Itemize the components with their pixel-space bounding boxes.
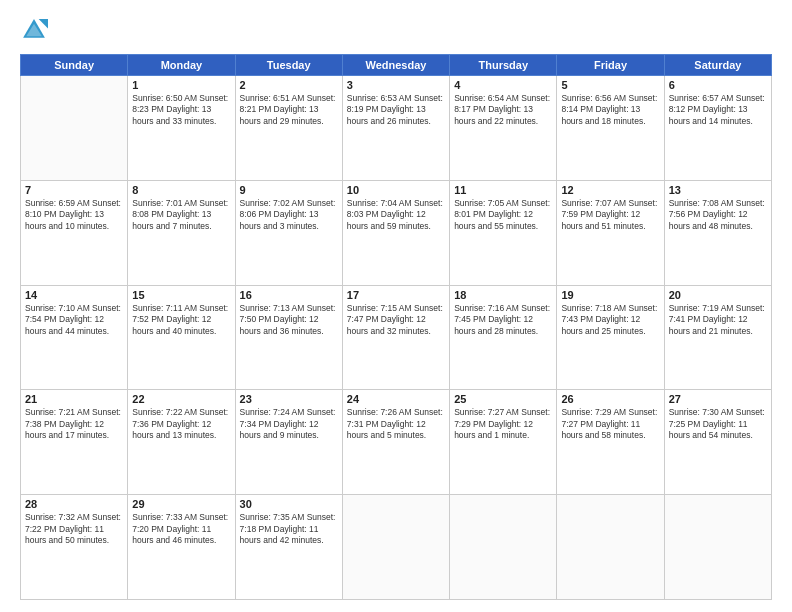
calendar-week-row: 21Sunrise: 7:21 AM Sunset: 7:38 PM Dayli…	[21, 390, 772, 495]
day-number: 5	[561, 79, 659, 91]
day-info: Sunrise: 7:33 AM Sunset: 7:20 PM Dayligh…	[132, 512, 230, 546]
calendar-table: SundayMondayTuesdayWednesdayThursdayFrid…	[20, 54, 772, 600]
day-info: Sunrise: 7:18 AM Sunset: 7:43 PM Dayligh…	[561, 303, 659, 337]
calendar-cell: 3Sunrise: 6:53 AM Sunset: 8:19 PM Daylig…	[342, 76, 449, 181]
calendar-cell: 16Sunrise: 7:13 AM Sunset: 7:50 PM Dayli…	[235, 285, 342, 390]
calendar-cell: 28Sunrise: 7:32 AM Sunset: 7:22 PM Dayli…	[21, 495, 128, 600]
calendar-cell: 8Sunrise: 7:01 AM Sunset: 8:08 PM Daylig…	[128, 180, 235, 285]
weekday-header-tuesday: Tuesday	[235, 55, 342, 76]
day-info: Sunrise: 7:24 AM Sunset: 7:34 PM Dayligh…	[240, 407, 338, 441]
calendar-cell	[21, 76, 128, 181]
calendar-cell: 10Sunrise: 7:04 AM Sunset: 8:03 PM Dayli…	[342, 180, 449, 285]
calendar-cell: 9Sunrise: 7:02 AM Sunset: 8:06 PM Daylig…	[235, 180, 342, 285]
calendar-cell: 25Sunrise: 7:27 AM Sunset: 7:29 PM Dayli…	[450, 390, 557, 495]
calendar-cell	[450, 495, 557, 600]
weekday-header-row: SundayMondayTuesdayWednesdayThursdayFrid…	[21, 55, 772, 76]
calendar-cell: 26Sunrise: 7:29 AM Sunset: 7:27 PM Dayli…	[557, 390, 664, 495]
calendar-week-row: 1Sunrise: 6:50 AM Sunset: 8:23 PM Daylig…	[21, 76, 772, 181]
weekday-header-friday: Friday	[557, 55, 664, 76]
svg-marker-2	[39, 19, 48, 28]
calendar-cell	[342, 495, 449, 600]
day-info: Sunrise: 7:27 AM Sunset: 7:29 PM Dayligh…	[454, 407, 552, 441]
day-number: 28	[25, 498, 123, 510]
day-info: Sunrise: 7:16 AM Sunset: 7:45 PM Dayligh…	[454, 303, 552, 337]
day-number: 10	[347, 184, 445, 196]
day-info: Sunrise: 7:02 AM Sunset: 8:06 PM Dayligh…	[240, 198, 338, 232]
logo	[20, 16, 52, 44]
day-number: 24	[347, 393, 445, 405]
page: SundayMondayTuesdayWednesdayThursdayFrid…	[0, 0, 792, 612]
calendar-cell: 4Sunrise: 6:54 AM Sunset: 8:17 PM Daylig…	[450, 76, 557, 181]
day-info: Sunrise: 6:53 AM Sunset: 8:19 PM Dayligh…	[347, 93, 445, 127]
calendar-cell	[557, 495, 664, 600]
day-info: Sunrise: 7:29 AM Sunset: 7:27 PM Dayligh…	[561, 407, 659, 441]
day-info: Sunrise: 7:11 AM Sunset: 7:52 PM Dayligh…	[132, 303, 230, 337]
day-number: 1	[132, 79, 230, 91]
weekday-header-thursday: Thursday	[450, 55, 557, 76]
calendar-cell: 5Sunrise: 6:56 AM Sunset: 8:14 PM Daylig…	[557, 76, 664, 181]
calendar-cell: 20Sunrise: 7:19 AM Sunset: 7:41 PM Dayli…	[664, 285, 771, 390]
day-info: Sunrise: 7:07 AM Sunset: 7:59 PM Dayligh…	[561, 198, 659, 232]
calendar-cell: 14Sunrise: 7:10 AM Sunset: 7:54 PM Dayli…	[21, 285, 128, 390]
day-number: 18	[454, 289, 552, 301]
calendar-week-row: 14Sunrise: 7:10 AM Sunset: 7:54 PM Dayli…	[21, 285, 772, 390]
day-number: 14	[25, 289, 123, 301]
day-number: 17	[347, 289, 445, 301]
calendar-cell: 29Sunrise: 7:33 AM Sunset: 7:20 PM Dayli…	[128, 495, 235, 600]
calendar-cell: 15Sunrise: 7:11 AM Sunset: 7:52 PM Dayli…	[128, 285, 235, 390]
header	[20, 16, 772, 44]
day-info: Sunrise: 7:10 AM Sunset: 7:54 PM Dayligh…	[25, 303, 123, 337]
day-number: 16	[240, 289, 338, 301]
day-number: 15	[132, 289, 230, 301]
day-number: 27	[669, 393, 767, 405]
day-info: Sunrise: 7:22 AM Sunset: 7:36 PM Dayligh…	[132, 407, 230, 441]
day-info: Sunrise: 6:56 AM Sunset: 8:14 PM Dayligh…	[561, 93, 659, 127]
logo-icon	[20, 16, 48, 44]
day-number: 19	[561, 289, 659, 301]
day-info: Sunrise: 7:15 AM Sunset: 7:47 PM Dayligh…	[347, 303, 445, 337]
day-info: Sunrise: 7:05 AM Sunset: 8:01 PM Dayligh…	[454, 198, 552, 232]
day-info: Sunrise: 6:59 AM Sunset: 8:10 PM Dayligh…	[25, 198, 123, 232]
day-number: 30	[240, 498, 338, 510]
day-info: Sunrise: 7:13 AM Sunset: 7:50 PM Dayligh…	[240, 303, 338, 337]
calendar-cell: 12Sunrise: 7:07 AM Sunset: 7:59 PM Dayli…	[557, 180, 664, 285]
day-number: 11	[454, 184, 552, 196]
day-number: 26	[561, 393, 659, 405]
calendar-cell: 24Sunrise: 7:26 AM Sunset: 7:31 PM Dayli…	[342, 390, 449, 495]
day-info: Sunrise: 7:35 AM Sunset: 7:18 PM Dayligh…	[240, 512, 338, 546]
day-number: 9	[240, 184, 338, 196]
day-number: 2	[240, 79, 338, 91]
calendar-cell: 11Sunrise: 7:05 AM Sunset: 8:01 PM Dayli…	[450, 180, 557, 285]
calendar-cell: 22Sunrise: 7:22 AM Sunset: 7:36 PM Dayli…	[128, 390, 235, 495]
calendar-cell: 2Sunrise: 6:51 AM Sunset: 8:21 PM Daylig…	[235, 76, 342, 181]
day-info: Sunrise: 7:08 AM Sunset: 7:56 PM Dayligh…	[669, 198, 767, 232]
calendar-cell: 18Sunrise: 7:16 AM Sunset: 7:45 PM Dayli…	[450, 285, 557, 390]
calendar-cell: 19Sunrise: 7:18 AM Sunset: 7:43 PM Dayli…	[557, 285, 664, 390]
day-info: Sunrise: 7:04 AM Sunset: 8:03 PM Dayligh…	[347, 198, 445, 232]
day-number: 4	[454, 79, 552, 91]
day-number: 8	[132, 184, 230, 196]
day-info: Sunrise: 6:57 AM Sunset: 8:12 PM Dayligh…	[669, 93, 767, 127]
calendar-cell: 17Sunrise: 7:15 AM Sunset: 7:47 PM Dayli…	[342, 285, 449, 390]
calendar-cell: 30Sunrise: 7:35 AM Sunset: 7:18 PM Dayli…	[235, 495, 342, 600]
day-number: 7	[25, 184, 123, 196]
day-info: Sunrise: 7:32 AM Sunset: 7:22 PM Dayligh…	[25, 512, 123, 546]
day-number: 12	[561, 184, 659, 196]
weekday-header-sunday: Sunday	[21, 55, 128, 76]
day-number: 29	[132, 498, 230, 510]
calendar-cell: 27Sunrise: 7:30 AM Sunset: 7:25 PM Dayli…	[664, 390, 771, 495]
calendar-cell: 1Sunrise: 6:50 AM Sunset: 8:23 PM Daylig…	[128, 76, 235, 181]
calendar-cell: 7Sunrise: 6:59 AM Sunset: 8:10 PM Daylig…	[21, 180, 128, 285]
calendar-cell: 23Sunrise: 7:24 AM Sunset: 7:34 PM Dayli…	[235, 390, 342, 495]
day-number: 25	[454, 393, 552, 405]
day-number: 22	[132, 393, 230, 405]
day-info: Sunrise: 7:19 AM Sunset: 7:41 PM Dayligh…	[669, 303, 767, 337]
weekday-header-wednesday: Wednesday	[342, 55, 449, 76]
day-number: 13	[669, 184, 767, 196]
day-info: Sunrise: 6:50 AM Sunset: 8:23 PM Dayligh…	[132, 93, 230, 127]
day-number: 6	[669, 79, 767, 91]
day-info: Sunrise: 7:21 AM Sunset: 7:38 PM Dayligh…	[25, 407, 123, 441]
calendar-cell: 6Sunrise: 6:57 AM Sunset: 8:12 PM Daylig…	[664, 76, 771, 181]
calendar-week-row: 28Sunrise: 7:32 AM Sunset: 7:22 PM Dayli…	[21, 495, 772, 600]
calendar-week-row: 7Sunrise: 6:59 AM Sunset: 8:10 PM Daylig…	[21, 180, 772, 285]
